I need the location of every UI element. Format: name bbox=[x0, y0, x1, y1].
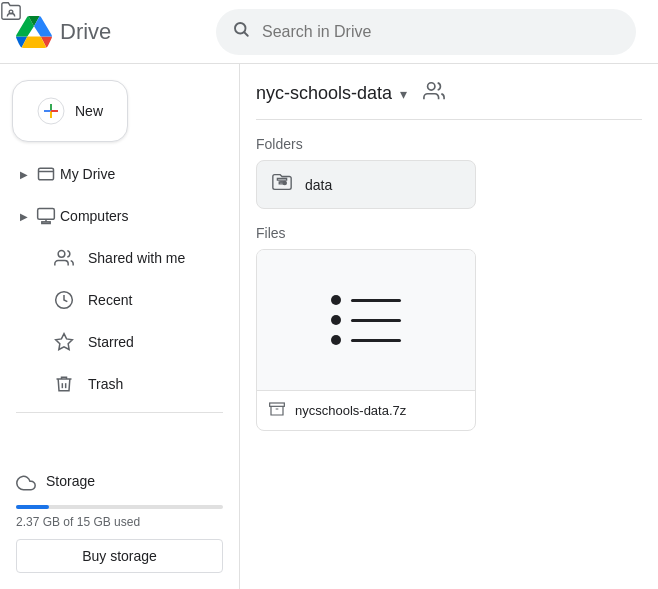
buy-storage-button[interactable]: Buy storage bbox=[16, 539, 223, 573]
dropdown-arrow-icon[interactable]: ▾ bbox=[400, 86, 407, 102]
sidebar-nav: ▶ My Drive ▶ Computers Share bbox=[0, 154, 239, 404]
svg-rect-8 bbox=[51, 110, 58, 112]
svg-line-1 bbox=[244, 32, 247, 35]
file-name: nycschools-data.7z bbox=[295, 403, 406, 418]
sidebar-item-my-drive[interactable]: ▶ My Drive bbox=[8, 154, 215, 194]
my-drive-icon bbox=[36, 164, 56, 184]
file-list-icon bbox=[331, 295, 401, 345]
breadcrumb: nyc-schools-data bbox=[256, 83, 392, 104]
storage-label: Storage bbox=[46, 473, 95, 489]
sidebar-item-trash[interactable]: Trash bbox=[8, 364, 215, 404]
file-card-footer: nycschools-data.7z bbox=[257, 390, 475, 430]
file-card-nycschools[interactable]: nycschools-data.7z bbox=[256, 249, 476, 431]
sidebar-item-label: Recent bbox=[88, 292, 132, 308]
list-row-2 bbox=[331, 315, 401, 325]
folder-item-data[interactable]: data bbox=[256, 160, 476, 209]
sidebar-item-label: My Drive bbox=[60, 166, 115, 182]
plus-icon bbox=[37, 97, 65, 125]
search-bar[interactable] bbox=[216, 9, 636, 55]
dot-icon bbox=[331, 295, 341, 305]
sidebar-item-label: Shared with me bbox=[88, 250, 185, 266]
svg-rect-5 bbox=[50, 104, 52, 111]
storage-bar bbox=[16, 505, 223, 509]
archive-icon bbox=[269, 401, 285, 420]
storage-section: Storage 2.37 GB of 15 GB used Buy storag… bbox=[0, 465, 239, 581]
list-row-3 bbox=[331, 335, 401, 345]
recent-icon bbox=[54, 290, 74, 310]
top-bar: Drive bbox=[0, 0, 658, 64]
computers-icon bbox=[36, 206, 56, 226]
svg-marker-15 bbox=[56, 334, 73, 350]
content-area: nyc-schools-data ▾ Folders data Files bbox=[240, 64, 658, 589]
app-title: Drive bbox=[60, 19, 111, 45]
sidebar: New ▶ My Drive ▶ Computers bbox=[0, 64, 240, 589]
search-input[interactable] bbox=[262, 23, 620, 41]
logo-area: Drive bbox=[16, 14, 216, 50]
list-row-1 bbox=[331, 295, 401, 305]
svg-rect-10 bbox=[38, 209, 55, 220]
sidebar-item-label: Starred bbox=[88, 334, 134, 350]
svg-rect-7 bbox=[50, 111, 52, 118]
search-icon bbox=[232, 20, 250, 43]
svg-rect-19 bbox=[270, 403, 285, 406]
svg-rect-6 bbox=[44, 110, 51, 112]
new-label: New bbox=[75, 103, 103, 119]
shared-icon bbox=[54, 248, 74, 268]
line bbox=[351, 319, 401, 322]
sidebar-item-shared-with-me[interactable]: Shared with me bbox=[8, 238, 215, 278]
files-section-label: Files bbox=[256, 209, 642, 249]
sidebar-item-recent[interactable]: Recent bbox=[8, 280, 215, 320]
folders-section-label: Folders bbox=[256, 120, 642, 160]
svg-point-16 bbox=[428, 83, 435, 90]
main-layout: New ▶ My Drive ▶ Computers bbox=[0, 64, 658, 589]
expand-arrow-computers-icon: ▶ bbox=[20, 211, 28, 222]
sidebar-item-label: Computers bbox=[60, 208, 128, 224]
folder-shared-icon bbox=[271, 171, 293, 198]
svg-rect-11 bbox=[42, 222, 50, 224]
dot-icon bbox=[331, 315, 341, 325]
file-preview bbox=[257, 250, 475, 390]
sidebar-item-starred[interactable]: Starred bbox=[8, 322, 215, 362]
content-header: nyc-schools-data ▾ bbox=[256, 64, 642, 120]
expand-arrow-icon: ▶ bbox=[20, 169, 28, 180]
line bbox=[351, 299, 401, 302]
dot-icon bbox=[331, 335, 341, 345]
storage-bar-fill bbox=[16, 505, 49, 509]
trash-icon bbox=[54, 374, 74, 394]
sidebar-divider bbox=[16, 412, 223, 413]
line bbox=[351, 339, 401, 342]
cloud-icon bbox=[16, 473, 36, 497]
svg-rect-9 bbox=[39, 168, 54, 180]
manage-people-icon[interactable] bbox=[423, 80, 445, 107]
folder-name: data bbox=[305, 177, 332, 193]
storage-used-text: 2.37 GB of 15 GB used bbox=[16, 515, 223, 529]
sidebar-item-label: Trash bbox=[88, 376, 123, 392]
new-button[interactable]: New bbox=[12, 80, 128, 142]
starred-icon bbox=[54, 332, 74, 352]
svg-point-13 bbox=[58, 251, 65, 258]
sidebar-item-computers[interactable]: ▶ Computers bbox=[8, 196, 215, 236]
